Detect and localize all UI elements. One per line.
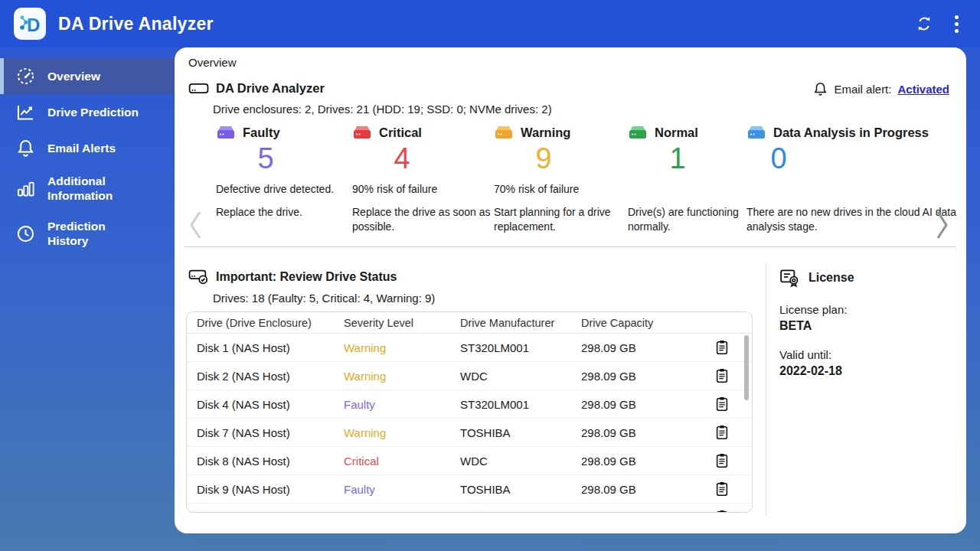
clipboard-icon <box>714 452 730 469</box>
table-scrollbar[interactable] <box>744 335 749 400</box>
status-card-description: Defective drive detected. <box>216 182 354 205</box>
cell-manufacturer: ST320LM001 <box>450 398 571 411</box>
clipboard-icon <box>714 396 730 412</box>
drive-report-button[interactable] <box>714 509 730 513</box>
topbar-actions <box>915 15 966 33</box>
status-card-action: Replace the drive. <box>216 205 354 220</box>
table-row: Disk 2 (NAS Host) Warning WDC 298.09 GB <box>187 362 752 390</box>
status-card-title: Warning <box>521 126 570 140</box>
line-chart-icon <box>15 102 36 122</box>
app-logo-icon: D <box>17 11 43 37</box>
bar-chart-icon <box>15 178 36 199</box>
main-panel: Overview DA Drive Analyzer Drive enclosu… <box>175 47 966 533</box>
sidebar-item-label: Additional Information <box>47 174 147 204</box>
column-header-drive: Drive (Drive Enclosure) <box>187 317 334 329</box>
cell-severity: Warning <box>334 426 450 439</box>
status-card-count: 4 <box>352 142 452 176</box>
cell-capacity: 298.09 GB <box>571 341 692 354</box>
drive-report-button[interactable] <box>714 481 730 497</box>
sidebar: Overview Drive Prediction Email Alerts <box>0 47 175 551</box>
email-alert-activated-link[interactable]: Activated <box>897 83 949 96</box>
status-card-description <box>746 182 959 205</box>
drive-report-button[interactable] <box>714 396 730 412</box>
table-row: Disk 1 (NAS Host) Warning ST320LM001 298… <box>187 334 752 362</box>
review-section-title: Important: Review Drive Status <box>216 270 397 284</box>
app-title: DA Drive Analyzer <box>58 14 214 34</box>
cell-severity: Faulty <box>334 398 450 411</box>
refresh-button[interactable] <box>915 15 933 33</box>
status-card-faulty: Faulty 5 Defective drive detected. Repla… <box>216 124 354 220</box>
table-row: Disk 9 (NAS Host) Faulty TOSHIBA 298.09 … <box>187 475 752 504</box>
status-card-action: Start planning for a drive replacement. <box>494 205 626 234</box>
bell-icon <box>15 138 36 158</box>
cell-severity: Faulty <box>334 483 450 496</box>
cell-capacity: 298.09 GB <box>571 370 692 383</box>
license-plan-label: License plan: <box>779 303 956 316</box>
status-card-data-analysis: Data Analysis in Progress 0 There are no… <box>746 124 959 233</box>
column-header-capacity: Drive Capacity <box>571 317 692 329</box>
drive-report-button[interactable] <box>714 367 730 384</box>
cell-manufacturer: WDC <box>450 455 571 468</box>
license-title: License <box>808 271 854 285</box>
email-alert-label: Email alert: <box>834 83 891 96</box>
sidebar-item-label: Overview <box>47 69 100 83</box>
drive-icon <box>188 80 209 96</box>
chevron-left-icon <box>188 210 202 240</box>
normal-drive-icon <box>628 124 648 141</box>
table-row-partial <box>187 504 752 513</box>
chevron-right-icon <box>936 210 949 240</box>
bell-icon <box>813 81 828 97</box>
clipboard-icon <box>714 481 730 497</box>
review-section-header: Important: Review Drive Status <box>188 268 397 285</box>
sidebar-item-email-alerts[interactable]: Email Alerts <box>0 130 175 166</box>
status-card-title: Data Analysis in Progress <box>773 126 929 140</box>
gauge-icon <box>15 66 36 86</box>
drive-report-button[interactable] <box>714 424 730 441</box>
cell-manufacturer: TOSHIBA <box>450 483 571 496</box>
status-card-normal: Normal 1 Drive(s) are functioning normal… <box>628 124 749 233</box>
drives-summary: Drive enclosures: 2, Drives: 21 (HDD: 19… <box>213 103 552 116</box>
clipboard-icon <box>714 424 730 441</box>
table-row: Disk 4 (NAS Host) Faulty ST320LM001 298.… <box>187 390 752 419</box>
license-valid-label: Valid until: <box>779 348 956 361</box>
table-row: Disk 8 (NAS Host) Critical WDC 298.09 GB <box>187 447 752 475</box>
cell-drive: Disk 7 (NAS Host) <box>187 426 334 439</box>
status-card-action: There are no new drives in the cloud AI … <box>746 205 959 234</box>
sidebar-item-drive-prediction[interactable]: Drive Prediction <box>0 94 175 130</box>
more-menu-button[interactable] <box>955 15 959 33</box>
status-cards-row: Faulty 5 Defective drive detected. Repla… <box>175 124 966 246</box>
cell-drive: Disk 4 (NAS Host) <box>187 398 334 411</box>
sidebar-item-additional-information[interactable]: Additional Information <box>0 166 175 211</box>
table-row: Disk 7 (NAS Host) Warning TOSHIBA 298.09… <box>187 419 752 447</box>
carousel-next-button[interactable] <box>936 210 949 243</box>
status-card-description: 70% risk of failure <box>494 182 626 205</box>
status-card-count: 0 <box>746 142 811 176</box>
license-certificate-icon <box>779 268 801 288</box>
status-card-critical: Critical 4 90% risk of failure Replace t… <box>352 124 493 233</box>
sidebar-item-label: Email Alerts <box>47 141 116 155</box>
status-card-action: Drive(s) are functioning normally. <box>628 205 749 234</box>
cell-manufacturer: WDC <box>450 370 571 383</box>
license-valid-value: 2022-02-18 <box>779 364 956 378</box>
cell-capacity: 298.09 GB <box>571 455 692 468</box>
drive-report-button[interactable] <box>714 339 730 356</box>
carousel-previous-button[interactable] <box>188 210 202 243</box>
review-summary: Drives: 18 (Faulty: 5, Critical: 4, Warn… <box>213 292 435 305</box>
warning-drive-icon <box>494 124 514 141</box>
vertical-divider <box>766 263 766 516</box>
sidebar-item-prediction-history[interactable]: Prediction History <box>0 211 175 256</box>
sidebar-item-label: Drive Prediction <box>47 105 139 119</box>
drive-report-button[interactable] <box>714 452 730 469</box>
cell-capacity: 298.09 GB <box>571 483 692 496</box>
cell-drive: Disk 8 (NAS Host) <box>187 455 334 468</box>
section-divider <box>185 246 956 247</box>
status-card-action: Replace the drive as soon as possible. <box>352 205 493 234</box>
svg-text:D: D <box>27 15 40 35</box>
sidebar-item-overview[interactable]: Overview <box>0 58 175 94</box>
cell-drive: Disk 1 (NAS Host) <box>187 341 334 354</box>
cell-capacity: 298.09 GB <box>571 426 692 439</box>
clipboard-icon <box>714 509 730 513</box>
drive-status-table: Drive (Drive Enclosure) Severity Level D… <box>186 311 753 513</box>
app-header: D DA Drive Analyzer <box>0 0 980 47</box>
cell-capacity: 298.09 GB <box>571 398 692 411</box>
